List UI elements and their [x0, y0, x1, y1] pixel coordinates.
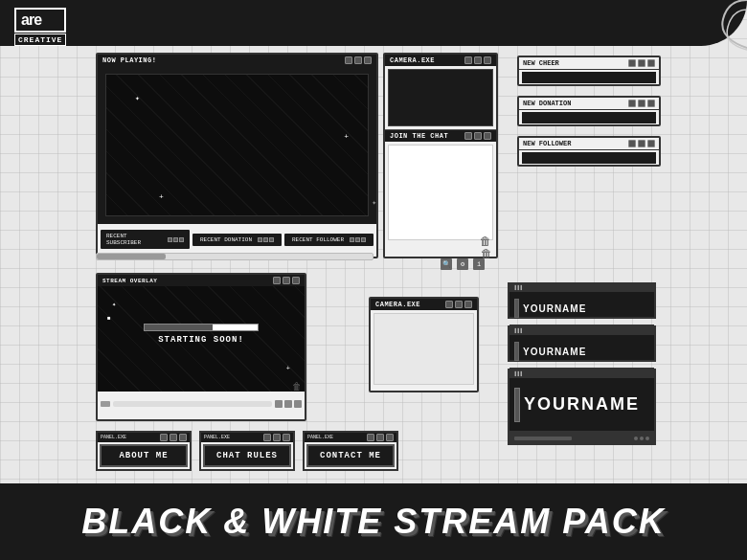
- alert-cheer-label: NEW CHEER: [523, 59, 559, 67]
- chat-inner: ✦: [388, 145, 493, 240]
- deco-curve: [670, 0, 747, 57]
- win-btn-2[interactable]: [354, 56, 362, 64]
- alert-follower-widget: NEW FOLLOWER: [517, 136, 661, 167]
- follower-btn-3[interactable]: [647, 140, 655, 147]
- chat-btn-2[interactable]: [474, 132, 482, 140]
- starting-btn-2[interactable]: [283, 277, 290, 284]
- cam-bottom-buttons: [445, 301, 472, 308]
- contact-me-panel: PANEL.EXE CONTACT ME: [303, 431, 398, 471]
- icon-row: 🔍 ⚙ i: [441, 258, 485, 270]
- pill-btn-e[interactable]: [263, 237, 268, 242]
- si-1[interactable]: [275, 400, 283, 408]
- pill-btn-c[interactable]: [179, 237, 184, 242]
- pill-btn-d[interactable]: [258, 237, 262, 242]
- rules-btns: [263, 434, 290, 441]
- ctb-1[interactable]: [367, 434, 374, 441]
- cheer-btn-1[interactable]: [628, 59, 636, 67]
- chat-buttons: [464, 132, 491, 140]
- main-screen-inner: ✦ + +: [105, 74, 369, 216]
- rb-1[interactable]: [263, 434, 271, 441]
- panel-buttons-row: PANEL.EXE ABOUT ME PANEL.EXE CHAT RULES …: [96, 431, 398, 471]
- loading-fill: [145, 325, 213, 330]
- rb-3[interactable]: [283, 434, 290, 441]
- trash-icon-main[interactable]: 🗑: [481, 247, 494, 262]
- ab-3[interactable]: [179, 434, 187, 441]
- alert-donation-widget: NEW DONATION: [517, 96, 661, 126]
- ubb-dot-5: [634, 437, 638, 440]
- username-lg-topbar: ▐▐▐: [509, 370, 654, 378]
- cam-btn-3[interactable]: [484, 56, 491, 64]
- recent-donation-pill: RECENT DONATION: [192, 234, 282, 246]
- follower-btn-2[interactable]: [638, 140, 645, 147]
- camera-section: CAMERA.EXE: [385, 55, 496, 130]
- alert-donation-label: NEW DONATION: [523, 100, 571, 107]
- donation-btn-3[interactable]: [647, 100, 655, 107]
- contact-bar: PANEL.EXE: [305, 433, 396, 442]
- si-2[interactable]: [284, 400, 292, 408]
- pill-btn-b[interactable]: [173, 237, 178, 242]
- ab-2[interactable]: [170, 434, 177, 441]
- main-scrollbar[interactable]: [96, 253, 374, 260]
- s-star-3: +: [286, 365, 290, 372]
- contact-me-label[interactable]: CONTACT ME: [306, 444, 395, 467]
- rules-bar-label: PANEL.EXE: [204, 435, 230, 440]
- si-3[interactable]: [294, 400, 302, 408]
- starting-title-bar: STREAM OVERLAY: [98, 275, 305, 286]
- alert-donation-titlebar: NEW DONATION: [519, 98, 659, 110]
- star-1: ✦: [135, 94, 140, 102]
- ab-1[interactable]: [160, 434, 168, 441]
- username-card-large: ▐▐▐ YOURNAME: [508, 369, 656, 445]
- chat-title-bar: JOIN THE CHAT: [385, 130, 496, 142]
- pill-btn-f[interactable]: [269, 237, 274, 242]
- main-title-label: NOW PLAYING!: [102, 56, 156, 64]
- search-icon[interactable]: 🔍: [441, 258, 452, 270]
- about-me-label[interactable]: ABOUT ME: [100, 444, 188, 467]
- recent-subscriber-pill: RECENT SUBSCRIBER: [101, 230, 190, 249]
- main-info-bar: RECENT SUBSCRIBER RECENT DONATION RECENT…: [98, 224, 376, 255]
- win-btn-1[interactable]: [345, 56, 352, 64]
- cb-btn-3[interactable]: [464, 301, 472, 308]
- cam-btn-2[interactable]: [474, 56, 482, 64]
- username-lg-icon: ▐▐▐: [513, 371, 522, 377]
- donation-btn-1[interactable]: [628, 100, 636, 107]
- pill-btn-i[interactable]: [361, 237, 366, 242]
- win-btn-3[interactable]: [364, 56, 372, 64]
- ctb-2[interactable]: [376, 434, 384, 441]
- follower-buttons: [628, 140, 655, 147]
- main-stream-overlay: NOW PLAYING! ✦ + + RECENT SUBSCRIBER REC…: [96, 53, 378, 258]
- follower-btn-1[interactable]: [628, 140, 636, 147]
- pill-btn-g[interactable]: [350, 237, 354, 242]
- contact-bar-label: PANEL.EXE: [307, 435, 333, 440]
- cam-btn-1[interactable]: [464, 56, 472, 64]
- alert-donation-bar: [522, 112, 656, 123]
- settings-icon[interactable]: ⚙: [457, 258, 468, 270]
- starting-btn-3[interactable]: [292, 277, 300, 284]
- starting-screen: ✦ ■ + STARTING SOON!: [98, 286, 305, 392]
- username-text-sm2: YOURNAME: [523, 347, 586, 357]
- ctb-3[interactable]: [386, 434, 394, 441]
- cheer-btn-3[interactable]: [647, 59, 655, 67]
- chat-btn-1[interactable]: [464, 132, 472, 140]
- username-lg-bar: [514, 437, 572, 440]
- pill-btn-h[interactable]: [355, 237, 360, 242]
- starting-soon-overlay: STREAM OVERLAY ✦ ■ + STARTING SOON! 🗑: [96, 273, 306, 421]
- recent-donation-label: RECENT DONATION: [200, 236, 252, 243]
- chat-btn-3[interactable]: [484, 132, 491, 140]
- rb-2[interactable]: [273, 434, 281, 441]
- starting-bottom: [98, 392, 305, 415]
- starting-buttons: [273, 277, 300, 284]
- chat-rules-label[interactable]: CHAT RULES: [203, 444, 291, 467]
- starting-title-label: STREAM OVERLAY: [102, 278, 157, 284]
- chat-rules-panel: PANEL.EXE CHAT RULES: [199, 431, 295, 471]
- pill-btn-a[interactable]: [168, 237, 172, 242]
- starting-scrollbar[interactable]: [113, 401, 272, 407]
- starting-btn-1[interactable]: [273, 277, 281, 284]
- cheer-btn-2[interactable]: [638, 59, 645, 67]
- username-lg-btm: [509, 431, 654, 445]
- starting-trash[interactable]: 🗑: [292, 381, 302, 392]
- donation-btn-2[interactable]: [638, 100, 645, 107]
- username-text-lg: YOURNAME: [524, 394, 640, 414]
- s-star-2: ■: [107, 315, 111, 322]
- cb-btn-1[interactable]: [445, 301, 453, 308]
- cb-btn-2[interactable]: [455, 301, 463, 308]
